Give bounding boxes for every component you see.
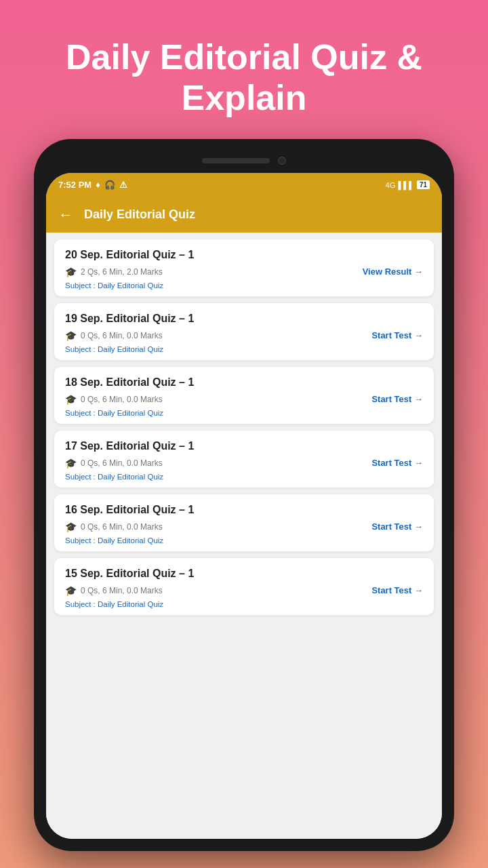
status-right: 4G ▌▌▌ 71 <box>386 180 430 189</box>
quiz-card-2: 19 Sep. Editorial Quiz – 1 🎓 0 Qs, 6 Min… <box>54 303 434 360</box>
quiz-action-btn-6[interactable]: Start Test → <box>371 585 423 595</box>
grad-cap-icon: 🎓 <box>65 521 77 532</box>
quiz-action-btn-2[interactable]: Start Test → <box>371 330 423 340</box>
quiz-meta-5: 🎓 0 Qs, 6 Min, 0.0 Marks <box>65 521 163 532</box>
quiz-meta-6: 🎓 0 Qs, 6 Min, 0.0 Marks <box>65 585 163 596</box>
signal-icon: ▌▌▌ <box>398 181 413 189</box>
battery-icon: 71 <box>417 180 430 189</box>
quiz-action-btn-3[interactable]: Start Test → <box>371 394 423 404</box>
quiz-meta-text-1: 2 Qs, 6 Min, 2.0 Marks <box>81 267 163 277</box>
toolbar-title: Daily Editorial Quiz <box>84 208 195 222</box>
cloud-icon: ♦ <box>96 180 100 190</box>
quiz-title-2: 19 Sep. Editorial Quiz – 1 <box>65 313 423 325</box>
quiz-meta-text-2: 0 Qs, 6 Min, 0.0 Marks <box>81 331 163 340</box>
quiz-title-6: 15 Sep. Editorial Quiz – 1 <box>65 568 423 580</box>
quiz-title-1: 20 Sep. Editorial Quiz – 1 <box>65 249 423 261</box>
quiz-card-4: 17 Sep. Editorial Quiz – 1 🎓 0 Qs, 6 Min… <box>54 431 434 488</box>
quiz-meta-text-5: 0 Qs, 6 Min, 0.0 Marks <box>81 522 163 532</box>
quiz-subject-1: Subject : Daily Editorial Quiz <box>65 281 423 290</box>
quiz-card-5: 16 Sep. Editorial Quiz – 1 🎓 0 Qs, 6 Min… <box>54 494 434 551</box>
quiz-meta-text-6: 0 Qs, 6 Min, 0.0 Marks <box>81 586 163 595</box>
phone-camera <box>278 157 286 165</box>
network-label: 4G <box>386 181 396 189</box>
quiz-meta-text-4: 0 Qs, 6 Min, 0.0 Marks <box>81 458 163 468</box>
quiz-subject-2: Subject : Daily Editorial Quiz <box>65 345 423 353</box>
status-left: 7:52 PM ♦ 🎧 ⚠ <box>58 180 127 190</box>
grad-cap-icon: 🎓 <box>65 330 77 341</box>
app-toolbar: ← Daily Editorial Quiz <box>46 197 442 233</box>
quiz-action-btn-4[interactable]: Start Test → <box>371 458 423 468</box>
headphone-icon: 🎧 <box>104 180 115 190</box>
phone-speaker <box>202 158 270 163</box>
status-time: 7:52 PM <box>58 180 92 190</box>
page-header-text: Daily Editorial Quiz & Explain <box>0 0 488 139</box>
quiz-meta-1: 🎓 2 Qs, 6 Min, 2.0 Marks <box>65 267 163 277</box>
quiz-title-4: 17 Sep. Editorial Quiz – 1 <box>65 440 423 452</box>
quiz-action-btn-5[interactable]: Start Test → <box>371 521 423 532</box>
quiz-meta-3: 🎓 0 Qs, 6 Min, 0.0 Marks <box>65 394 163 405</box>
quiz-card-1: 20 Sep. Editorial Quiz – 1 🎓 2 Qs, 6 Min… <box>54 239 434 296</box>
phone-notch <box>46 151 442 170</box>
header-line1: Daily Editorial Quiz & <box>66 37 422 77</box>
quiz-meta-text-3: 0 Qs, 6 Min, 0.0 Marks <box>81 395 163 404</box>
content-area: 20 Sep. Editorial Quiz – 1 🎓 2 Qs, 6 Min… <box>46 233 442 839</box>
status-bar: 7:52 PM ♦ 🎧 ⚠ 4G ▌▌▌ 71 <box>46 173 442 197</box>
grad-cap-icon: 🎓 <box>65 458 77 469</box>
quiz-title-5: 16 Sep. Editorial Quiz – 1 <box>65 504 423 516</box>
quiz-card-6: 15 Sep. Editorial Quiz – 1 🎓 0 Qs, 6 Min… <box>54 558 434 615</box>
quiz-card-3: 18 Sep. Editorial Quiz – 1 🎓 0 Qs, 6 Min… <box>54 367 434 424</box>
quiz-meta-4: 🎓 0 Qs, 6 Min, 0.0 Marks <box>65 458 163 469</box>
quiz-subject-4: Subject : Daily Editorial Quiz <box>65 473 423 481</box>
quiz-subject-5: Subject : Daily Editorial Quiz <box>65 536 423 545</box>
alert-icon: ⚠ <box>119 180 127 190</box>
phone-frame: 7:52 PM ♦ 🎧 ⚠ 4G ▌▌▌ 71 ← Daily Editoria… <box>34 139 454 851</box>
phone-screen: 7:52 PM ♦ 🎧 ⚠ 4G ▌▌▌ 71 ← Daily Editoria… <box>46 173 442 839</box>
grad-cap-icon: 🎓 <box>65 585 77 596</box>
quiz-subject-3: Subject : Daily Editorial Quiz <box>65 409 423 417</box>
quiz-subject-6: Subject : Daily Editorial Quiz <box>65 600 423 608</box>
grad-cap-icon: 🎓 <box>65 267 77 277</box>
quiz-action-btn-1[interactable]: View Result → <box>363 267 423 277</box>
header-line2: Explain <box>182 78 307 117</box>
quiz-title-3: 18 Sep. Editorial Quiz – 1 <box>65 376 423 389</box>
quiz-meta-2: 🎓 0 Qs, 6 Min, 0.0 Marks <box>65 330 163 341</box>
back-button[interactable]: ← <box>58 206 73 224</box>
grad-cap-icon: 🎓 <box>65 394 77 405</box>
